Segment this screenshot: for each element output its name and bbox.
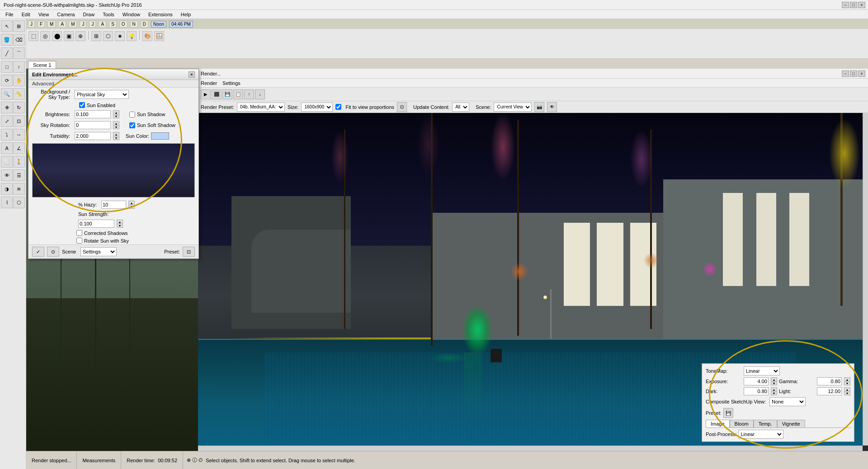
menu-file[interactable]: File bbox=[2, 12, 17, 17]
month-aug[interactable]: A bbox=[99, 21, 106, 28]
menu-window[interactable]: Window bbox=[119, 12, 144, 17]
text-tool[interactable]: A bbox=[1, 142, 13, 154]
line-tool[interactable]: ╱ bbox=[1, 47, 13, 59]
dark-input[interactable]: 0.80 bbox=[744, 387, 769, 395]
move-tool[interactable]: ✙ bbox=[1, 102, 13, 113]
pp-tab-image[interactable]: Image bbox=[706, 420, 730, 427]
offset-tool[interactable]: ⊡ bbox=[13, 115, 25, 127]
toolbar-view1[interactable]: ⬚ bbox=[28, 31, 38, 41]
maximize-button[interactable]: □ bbox=[850, 2, 857, 8]
render-preset-select[interactable]: 04b. Medium_AA: bbox=[237, 103, 285, 112]
month-feb[interactable]: F bbox=[38, 21, 45, 28]
render-minimize[interactable]: − bbox=[842, 70, 849, 77]
toolbar-view4[interactable]: ▣ bbox=[64, 31, 74, 41]
gamma-up[interactable]: ▲ bbox=[844, 377, 850, 381]
month-dec[interactable]: D bbox=[141, 21, 148, 28]
env-advanced-link[interactable]: Advanced bbox=[28, 80, 198, 88]
paint-tool[interactable]: 🪣 bbox=[1, 34, 13, 46]
pp-select[interactable]: Linear bbox=[738, 430, 783, 439]
pct-hazy-up[interactable]: ▲ bbox=[128, 201, 135, 205]
scene-view-button[interactable]: 👁 bbox=[547, 102, 557, 112]
fit-to-view-checkbox[interactable] bbox=[335, 104, 341, 110]
walk-tool[interactable]: 🚶 bbox=[13, 156, 25, 168]
minimize-button[interactable]: − bbox=[842, 2, 849, 8]
dark-up[interactable]: ▲ bbox=[771, 387, 777, 391]
select-tool[interactable]: ↖ bbox=[1, 20, 13, 32]
render-upload-button[interactable]: ↑ bbox=[244, 89, 254, 99]
pp-tab-bloom[interactable]: Bloom bbox=[730, 420, 754, 427]
sun-soft-shadow-checkbox[interactable] bbox=[129, 122, 135, 128]
sun-strength-down[interactable]: ▼ bbox=[117, 224, 123, 228]
sky-rotation-down[interactable]: ▼ bbox=[113, 125, 119, 129]
turbidity-down[interactable]: ▼ bbox=[113, 136, 119, 140]
toolbar-light[interactable]: 💡 bbox=[127, 31, 137, 41]
scene-select[interactable]: Current View bbox=[494, 103, 532, 112]
scene-tab-1[interactable]: Scene 1 bbox=[28, 61, 56, 69]
render-menu-settings[interactable]: Settings bbox=[222, 80, 241, 86]
protractor-tool[interactable]: ∠ bbox=[13, 142, 25, 154]
render-vscroll[interactable] bbox=[863, 113, 868, 446]
sun-strength-input[interactable] bbox=[78, 220, 114, 228]
scale-tool[interactable]: ⤢ bbox=[1, 115, 13, 127]
pp-tab-temp[interactable]: Temp. bbox=[754, 420, 777, 427]
fog-tool[interactable]: ≋ bbox=[13, 183, 25, 195]
menu-camera[interactable]: Camera bbox=[53, 12, 78, 17]
menu-view[interactable]: View bbox=[35, 12, 53, 17]
composite-select[interactable]: None bbox=[769, 397, 806, 406]
exposure-up[interactable]: ▲ bbox=[771, 377, 777, 381]
light-down[interactable]: ▼ bbox=[844, 391, 850, 395]
menu-draw[interactable]: Draw bbox=[79, 12, 98, 17]
rotate-sun-checkbox[interactable] bbox=[76, 238, 82, 244]
toolbar-material[interactable]: 🪟 bbox=[154, 31, 164, 41]
tonemap-select[interactable]: Linear bbox=[744, 366, 780, 375]
sandbox-tool[interactable]: ⌇ bbox=[1, 197, 13, 208]
render-maximize[interactable]: □ bbox=[850, 70, 857, 77]
render-hscroll[interactable] bbox=[198, 446, 863, 451]
render-download-button[interactable]: ↓ bbox=[255, 89, 265, 99]
render-stop-button[interactable]: ⬛ bbox=[212, 89, 222, 99]
rect-tool[interactable]: □ bbox=[1, 61, 13, 73]
sun-strength-up[interactable]: ▲ bbox=[117, 220, 123, 224]
env-scene-icon-btn[interactable]: ⊙ bbox=[47, 247, 59, 257]
toolbar-view3[interactable]: ⬤ bbox=[52, 31, 62, 41]
brightness-down[interactable]: ▼ bbox=[113, 114, 119, 118]
scene-camera-button[interactable]: 📷 bbox=[534, 102, 544, 112]
time-noon[interactable]: Noon bbox=[151, 21, 166, 28]
env-scene-btn[interactable]: Scene bbox=[62, 249, 76, 254]
env-checkmark-btn[interactable]: ✓ bbox=[32, 247, 44, 257]
brightness-up[interactable]: ▲ bbox=[113, 110, 119, 114]
rotate-tool[interactable]: ↻ bbox=[13, 102, 25, 113]
orbit-tool[interactable]: ⟳ bbox=[1, 75, 13, 86]
light-up[interactable]: ▲ bbox=[844, 387, 850, 391]
render-save-button[interactable]: 💾 bbox=[222, 89, 232, 99]
brightness-input[interactable] bbox=[75, 110, 111, 118]
eraser-tool[interactable]: ⌫ bbox=[13, 34, 25, 46]
exposure-down[interactable]: ▼ bbox=[771, 381, 777, 385]
toolbar-style[interactable]: ★ bbox=[115, 31, 125, 41]
look-around-tool[interactable]: 👁 bbox=[1, 169, 13, 181]
preset-save-button[interactable]: 💾 bbox=[723, 408, 733, 418]
menu-extensions[interactable]: Extensions bbox=[145, 12, 176, 17]
month-sep[interactable]: S bbox=[109, 21, 117, 28]
menu-help[interactable]: Help bbox=[177, 12, 195, 17]
pct-hazy-input[interactable] bbox=[101, 201, 126, 209]
render-size-select[interactable]: 1600x900 bbox=[301, 103, 333, 112]
month-jul[interactable]: J bbox=[89, 21, 96, 28]
components-tool[interactable]: ⊞ bbox=[13, 20, 25, 32]
toolbar-view5[interactable]: ⊕ bbox=[75, 31, 85, 41]
close-button[interactable]: × bbox=[858, 2, 865, 8]
month-jun[interactable]: J bbox=[80, 21, 86, 28]
layers-tool[interactable]: ☰ bbox=[13, 169, 25, 181]
solid-tool[interactable]: ⬡ bbox=[13, 197, 25, 208]
follow-me-tool[interactable]: ⤵ bbox=[1, 129, 13, 141]
month-may[interactable]: M bbox=[69, 21, 77, 28]
sun-color-swatch[interactable] bbox=[151, 132, 169, 140]
corrected-shadows-checkbox[interactable] bbox=[76, 230, 82, 236]
pan-tool[interactable]: ✋ bbox=[13, 75, 25, 86]
shadow-tool[interactable]: ◑ bbox=[1, 183, 13, 195]
render-menu-render[interactable]: Render bbox=[201, 80, 217, 86]
turbidity-input[interactable] bbox=[75, 132, 111, 140]
sky-rotation-up[interactable]: ▲ bbox=[113, 121, 119, 125]
env-panel-close[interactable]: × bbox=[189, 71, 195, 78]
month-oct[interactable]: O bbox=[119, 21, 127, 28]
